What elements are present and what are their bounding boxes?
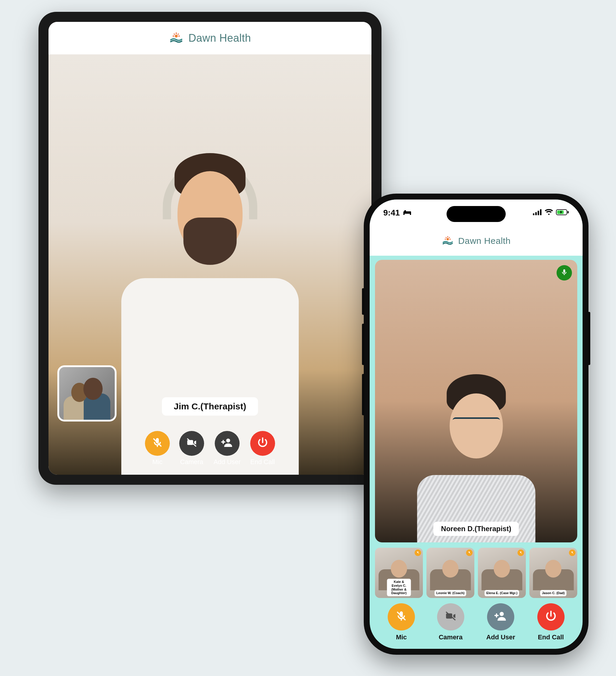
end-call-control: End Call — [250, 431, 275, 466]
add-user-control: Add User — [213, 431, 241, 466]
end-call-label: End Call — [250, 458, 275, 466]
mic-label: Mic — [152, 458, 162, 466]
add-user-button[interactable] — [487, 603, 514, 630]
phone-device-frame: 9:41 — [364, 193, 588, 655]
svg-rect-30 — [563, 269, 565, 273]
phone-call-body: Noreen D.(Therapist) Kate & Evelyn C. (M… — [370, 256, 582, 649]
mic-muted-icon — [151, 437, 163, 450]
camera-label: Camera — [180, 458, 203, 466]
phone-app-header: Dawn Health — [370, 226, 582, 256]
thumbnail-label: Leonie W. (Coach) — [434, 590, 466, 596]
phone-screen: 9:41 — [370, 200, 582, 649]
mic-active-badge — [557, 265, 572, 281]
svg-line-26 — [449, 237, 450, 238]
camera-toggle-button[interactable] — [437, 603, 464, 630]
status-time: 9:41 — [383, 208, 400, 218]
brand-name: Dawn Health — [188, 32, 251, 44]
svg-rect-14 — [403, 213, 405, 215]
svg-rect-17 — [533, 213, 534, 215]
add-user-label: Add User — [213, 458, 241, 466]
svg-point-45 — [500, 612, 504, 616]
signal-icon — [533, 209, 542, 217]
brand-name: Dawn Health — [458, 236, 510, 246]
svg-point-12 — [226, 439, 230, 443]
thumbnail-label: Kate & Evelyn C. (Mother & Daughter) — [387, 579, 411, 596]
mic-muted-icon — [569, 550, 575, 556]
phone-silent-switch — [362, 288, 364, 315]
svg-rect-18 — [535, 212, 537, 215]
camera-control: Camera — [179, 431, 204, 466]
add-user-icon — [221, 437, 233, 450]
camera-label: Camera — [439, 633, 463, 641]
main-participant-avatar — [81, 117, 339, 475]
svg-point-24 — [447, 238, 449, 240]
participant-thumbnail[interactable]: Kate & Evelyn C. (Mother & Daughter) — [375, 548, 423, 598]
camera-control: Camera — [437, 603, 464, 641]
camera-toggle-button[interactable] — [179, 431, 204, 456]
phone-main-video[interactable]: Noreen D.(Therapist) — [375, 260, 577, 543]
camera-off-icon — [186, 437, 198, 450]
svg-point-1 — [175, 35, 178, 38]
wifi-icon — [545, 209, 553, 217]
tablet-main-video[interactable]: Jim C.(Therapist) Mic — [49, 54, 371, 475]
mic-control: Mic — [145, 431, 170, 466]
tablet-app-header: Dawn Health — [49, 22, 371, 54]
main-participant-name-label: Jim C.(Therapist) — [162, 397, 258, 415]
tablet-screen: Dawn Health Jim C.(Therapist) — [49, 22, 371, 475]
phone-power-button — [588, 312, 590, 365]
svg-point-16 — [404, 210, 406, 212]
main-participant-avatar — [395, 302, 557, 543]
power-icon — [257, 437, 268, 450]
self-video-pip[interactable] — [57, 365, 116, 421]
mic-control: Mic — [388, 603, 415, 641]
phone-volume-up — [362, 324, 364, 365]
end-call-control: End Call — [537, 603, 565, 641]
participant-thumbnail[interactable]: Leonie W. (Coach) — [426, 548, 474, 598]
end-call-button[interactable] — [537, 603, 565, 630]
mic-icon — [560, 268, 568, 277]
brand-logo-icon — [169, 31, 184, 46]
dynamic-island — [447, 206, 506, 222]
mic-muted-icon — [466, 550, 473, 556]
svg-rect-19 — [537, 211, 539, 215]
thumbnail-label: Jason C. (Dad) — [540, 590, 566, 596]
add-user-icon — [495, 610, 507, 624]
mic-toggle-button[interactable] — [145, 431, 170, 456]
phone-call-controls: Mic Camera — [375, 603, 577, 641]
bed-icon — [403, 208, 412, 218]
mic-label: Mic — [396, 633, 407, 641]
tablet-device-frame: Dawn Health Jim C.(Therapist) — [39, 12, 381, 485]
battery-icon — [556, 209, 569, 217]
brand-logo-icon — [442, 235, 454, 247]
phone-volume-down — [362, 374, 364, 415]
add-user-label: Add User — [486, 633, 515, 641]
add-user-control: Add User — [486, 603, 515, 641]
participant-thumbnail-row: Kate & Evelyn C. (Mother & Daughter) Leo… — [375, 548, 577, 598]
add-user-button[interactable] — [215, 431, 240, 456]
svg-rect-23 — [567, 211, 569, 213]
svg-line-5 — [174, 34, 175, 35]
power-icon — [545, 610, 557, 624]
svg-line-28 — [446, 237, 447, 238]
mic-toggle-button[interactable] — [388, 603, 415, 630]
participant-thumbnail[interactable]: Elena E. (Case Mgr.) — [478, 548, 526, 598]
mic-muted-icon — [415, 550, 421, 556]
end-call-label: End Call — [538, 633, 564, 641]
participant-thumbnail[interactable]: Jason C. (Dad) — [529, 548, 577, 598]
camera-off-icon — [445, 610, 457, 624]
svg-rect-20 — [540, 209, 542, 215]
thumbnail-label: Elena E. (Case Mgr.) — [484, 590, 519, 596]
svg-rect-15 — [410, 213, 411, 215]
tablet-call-controls: Mic Camera — [145, 431, 275, 466]
svg-line-3 — [178, 34, 178, 35]
mic-muted-icon — [517, 550, 524, 556]
main-participant-name-label: Noreen D.(Therapist) — [433, 522, 519, 536]
end-call-button[interactable] — [250, 431, 275, 456]
mic-muted-icon — [395, 610, 408, 624]
